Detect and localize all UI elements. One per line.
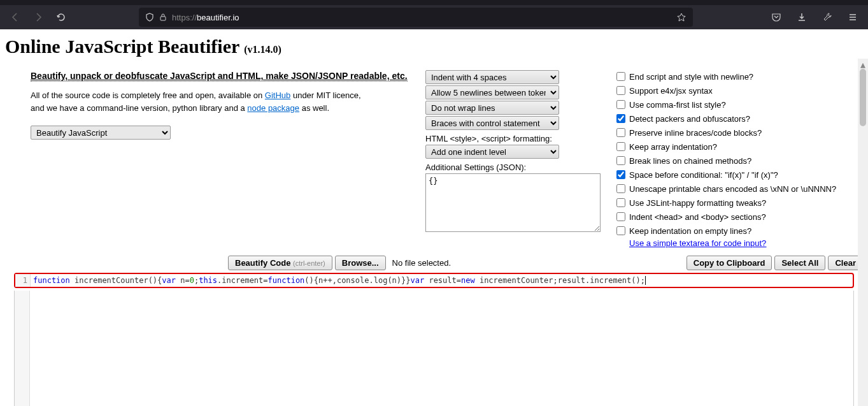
checkbox-3[interactable] [616, 114, 625, 123]
browser-tab-strip [0, 0, 868, 5]
newlines-select[interactable]: Allow 5 newlines between tokens [425, 85, 559, 99]
version-label: (v1.14.0) [244, 44, 281, 55]
checkbox-8[interactable] [616, 184, 625, 193]
gutter [15, 291, 30, 406]
page-content: Online JavaScript Beautifier (v1.14.0) B… [0, 29, 868, 406]
checkbox-9[interactable] [616, 198, 625, 207]
url-text: https://beautifier.io [172, 13, 239, 22]
check-label: Use comma-first list style? [629, 100, 726, 110]
browse-button[interactable]: Browse... [335, 256, 386, 270]
check-row-8[interactable]: Unescape printable chars encoded as \xNN… [616, 182, 863, 195]
checkbox-4[interactable] [616, 128, 625, 137]
check-label: Space before conditional: "if(x)" / "if … [629, 170, 778, 180]
check-row-5[interactable]: Keep array indentation? [616, 140, 863, 153]
select-all-button[interactable]: Select All [774, 256, 825, 270]
language-select[interactable]: Beautify JavaScript [31, 126, 171, 140]
checkbox-5[interactable] [616, 142, 625, 151]
check-label: Use JSLint-happy formatting tweaks? [629, 198, 766, 208]
node-package-link[interactable]: node package [247, 103, 299, 113]
check-label: Indent <head> and <body> sections? [629, 212, 766, 222]
checkbox-10[interactable] [616, 212, 625, 221]
subtitle: Beautify, unpack or deobfuscate JavaScri… [31, 71, 408, 82]
line-number: 1 [15, 274, 31, 287]
checkbox-6[interactable] [616, 156, 625, 165]
check-row-11[interactable]: Keep indentation on empty lines? [616, 224, 863, 237]
page-title: Online JavaScript Beautifier (v1.14.0) [5, 36, 863, 57]
check-row-0[interactable]: End script and style with newline? [616, 70, 863, 83]
html-format-label: HTML <style>, <script> formatting: [425, 134, 604, 143]
shield-icon [145, 13, 154, 22]
check-row-2[interactable]: Use comma-first list style? [616, 98, 863, 111]
checkbox-1[interactable] [616, 86, 625, 95]
addl-settings-label: Additional Settings (JSON): [425, 163, 604, 172]
svg-rect-0 [160, 17, 166, 20]
addl-settings-input[interactable] [425, 173, 601, 232]
checkbox-2[interactable] [616, 100, 625, 109]
scroll-thumb[interactable] [860, 69, 866, 126]
html-format-select[interactable]: Add one indent level [425, 145, 559, 159]
intro-desc: All of the source code is completely fre… [31, 89, 413, 114]
check-row-7[interactable]: Space before conditional: "if(x)" / "if … [616, 168, 863, 181]
check-row-3[interactable]: Detect packers and obfuscators? [616, 112, 863, 125]
check-row-1[interactable]: Support e4x/jsx syntax [616, 84, 863, 97]
back-button[interactable] [6, 8, 24, 26]
beautify-button[interactable]: Beautify Code (ctrl-enter) [228, 256, 332, 270]
lock-icon [159, 13, 167, 22]
check-label: Keep indentation on empty lines? [629, 226, 751, 236]
code-editor-highlighted[interactable]: 1 function incrementCounter(){var n=0;th… [14, 273, 854, 288]
wrap-select[interactable]: Do not wrap lines [425, 101, 559, 115]
file-status: No file selected. [388, 258, 452, 268]
bookmark-star-icon[interactable] [676, 12, 687, 22]
check-row-4[interactable]: Preserve inline braces/code blocks? [616, 126, 863, 139]
checkbox-11[interactable] [616, 226, 625, 235]
checkbox-7[interactable] [616, 170, 625, 179]
download-icon[interactable] [793, 8, 811, 26]
check-row-9[interactable]: Use JSLint-happy formatting tweaks? [616, 196, 863, 209]
menu-icon[interactable] [844, 8, 862, 26]
url-bar[interactable]: https://beautifier.io [139, 8, 693, 27]
check-row-6[interactable]: Break lines on chained methods? [616, 154, 863, 167]
check-label: Support e4x/jsx syntax [629, 86, 713, 96]
vertical-scrollbar[interactable]: ▴ [858, 59, 868, 406]
check-label: Detect packers and obfuscators? [629, 114, 750, 124]
copy-button[interactable]: Copy to Clipboard [687, 256, 772, 270]
check-label: Break lines on chained methods? [629, 156, 751, 166]
check-row-10[interactable]: Indent <head> and <body> sections? [616, 210, 863, 223]
braces-select[interactable]: Braces with control statement [425, 116, 559, 130]
forward-button[interactable] [29, 8, 47, 26]
code-editor-body[interactable] [14, 291, 854, 406]
action-row: Beautify Code (ctrl-enter) Browse... No … [5, 256, 863, 270]
textarea-link[interactable]: Use a simple textarea for code input? [629, 238, 766, 248]
wrench-icon[interactable] [818, 8, 836, 26]
check-label: End script and style with newline? [629, 72, 753, 82]
code-line[interactable]: function incrementCounter(){var n=0;this… [31, 274, 853, 287]
github-link[interactable]: GitHub [265, 91, 290, 100]
indent-select[interactable]: Indent with 4 spaces [425, 70, 559, 84]
checkbox-column: End script and style with newline?Suppor… [616, 70, 863, 248]
check-label: Keep array indentation? [629, 142, 717, 152]
check-label: Preserve inline braces/code blocks? [629, 128, 762, 138]
checkbox-0[interactable] [616, 72, 625, 81]
pocket-icon[interactable] [767, 8, 785, 26]
browser-nav-bar: https://beautifier.io [0, 5, 868, 29]
reload-button[interactable] [52, 8, 70, 26]
check-label: Unescape printable chars encoded as \xNN… [629, 184, 836, 194]
